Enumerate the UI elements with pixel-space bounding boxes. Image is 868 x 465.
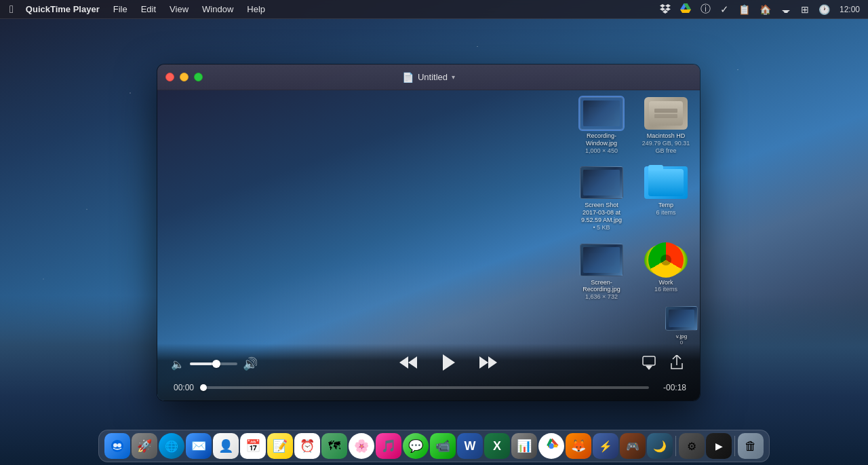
svg-marker-3 bbox=[479, 356, 488, 369]
rewind-button[interactable] bbox=[397, 352, 420, 375]
volume-high-icon: 🔊 bbox=[243, 356, 258, 371]
svg-point-7 bbox=[111, 440, 123, 452]
dock-chrome[interactable] bbox=[538, 433, 564, 459]
icon-img-hdd bbox=[644, 97, 688, 130]
menubar:  QuickTime Player File Edit View Window… bbox=[0, 0, 868, 19]
home-icon[interactable]: 🏠 bbox=[757, 3, 774, 16]
playback-controls bbox=[397, 350, 500, 377]
apple-menu[interactable]:  bbox=[5, 2, 18, 17]
dock-app5[interactable]: ⚙ bbox=[679, 433, 705, 459]
menubar-right: ⓘ ✓ 📋 🏠 ⊞ 🕐 12:00 bbox=[657, 1, 863, 17]
title-chevron-icon[interactable]: ▾ bbox=[452, 73, 455, 81]
dock-mail[interactable]: ✉️ bbox=[186, 433, 212, 459]
dock-messages[interactable]: 💬 bbox=[403, 433, 429, 459]
google-drive-icon[interactable] bbox=[677, 1, 694, 17]
progress-thumb[interactable] bbox=[200, 384, 207, 391]
share-button[interactable] bbox=[667, 352, 686, 376]
app-name[interactable]: QuickTime Player bbox=[20, 3, 105, 16]
dock-word[interactable]: W bbox=[457, 433, 483, 459]
current-time: 00:00 bbox=[171, 383, 197, 392]
dock-maps[interactable]: 🗺 bbox=[321, 433, 347, 459]
dock-reminders[interactable]: ⏰ bbox=[294, 433, 320, 459]
maximize-button[interactable] bbox=[194, 73, 203, 81]
partial-icon: v.jpg 0 bbox=[658, 306, 700, 346]
icon-img-screen-recording bbox=[580, 244, 623, 276]
icon-img-work bbox=[644, 244, 688, 276]
icon-label-temp: Temp6 items bbox=[656, 202, 675, 217]
dock-firefox[interactable]: 🦊 bbox=[566, 433, 591, 459]
info-icon[interactable]: ⓘ bbox=[698, 1, 713, 17]
dock-app2[interactable]: ⚡ bbox=[593, 433, 618, 459]
icon-recording-window[interactable]: Recording-Window.jpg1,000 × 450 bbox=[574, 97, 629, 154]
menu-view[interactable]: View bbox=[164, 3, 194, 16]
grid-icon[interactable]: ⊞ bbox=[798, 3, 812, 16]
menu-window[interactable]: Window bbox=[197, 3, 239, 16]
menu-file[interactable]: File bbox=[108, 3, 133, 16]
icon-temp-folder[interactable]: Temp6 items bbox=[639, 166, 693, 231]
dock-finder[interactable] bbox=[104, 433, 130, 459]
icon-img-folder bbox=[644, 166, 688, 199]
icon-row-3: Screen-Recording.jpg1,636 × 732 Work16 i… bbox=[574, 244, 693, 301]
svg-rect-5 bbox=[643, 356, 655, 365]
checkmark-icon[interactable]: ✓ bbox=[717, 2, 732, 17]
icon-screenshot[interactable]: Screen Shot 2017-03-08 at9.52.59 AM.jpg•… bbox=[574, 166, 629, 231]
window-titlebar: 📄 Untitled ▾ bbox=[157, 64, 700, 90]
dock-facetime[interactable]: 📹 bbox=[430, 433, 456, 459]
icon-label-screenshot: Screen Shot 2017-03-08 at9.52.59 AM.jpg•… bbox=[576, 202, 627, 231]
icon-work[interactable]: Work16 items bbox=[639, 244, 693, 301]
progress-row: 00:00 -00:18 bbox=[171, 383, 686, 392]
window-content: Recording-Window.jpg1,000 × 450 Macintos… bbox=[157, 90, 700, 401]
window-title: 📄 Untitled ▾ bbox=[402, 72, 455, 83]
desktop-icons-container: Recording-Window.jpg1,000 × 450 Macintos… bbox=[574, 97, 693, 301]
volume-thumb[interactable] bbox=[212, 360, 220, 368]
dock-excel[interactable]: X bbox=[484, 433, 510, 459]
dock-app4[interactable]: 🌙 bbox=[647, 433, 673, 459]
dock-app6[interactable]: ▶ bbox=[706, 433, 732, 459]
icon-row-2: Screen Shot 2017-03-08 at9.52.59 AM.jpg•… bbox=[574, 166, 693, 231]
airplay-menu-icon[interactable] bbox=[778, 1, 794, 17]
quicktime-window: 📄 Untitled ▾ Recording-Window.jpg1,000 ×… bbox=[157, 64, 700, 401]
clock-icon[interactable]: 12:00 bbox=[837, 3, 863, 16]
close-button[interactable] bbox=[165, 73, 174, 81]
menu-help[interactable]: Help bbox=[241, 3, 271, 16]
svg-point-8 bbox=[113, 443, 117, 447]
dock-launchpad[interactable]: 🚀 bbox=[132, 433, 157, 459]
svg-marker-6 bbox=[646, 366, 652, 370]
dock-trash[interactable]: 🗑 bbox=[738, 433, 764, 459]
volume-slider[interactable] bbox=[190, 362, 237, 365]
dropbox-icon[interactable] bbox=[657, 1, 673, 17]
menubar-left:  QuickTime Player File Edit View Window… bbox=[5, 2, 271, 17]
icon-macintosh-hd[interactable]: Macintosh HD249.79 GB, 90.31 GB free bbox=[639, 97, 693, 154]
svg-marker-1 bbox=[408, 356, 417, 369]
dock: 🚀 🌐 ✉️ 👤 📅 📝 ⏰ 🗺 🌸 🎵 💬 📹 W X 📊 🦊 ⚡ 🎮 🌙 ⚙… bbox=[98, 430, 770, 462]
document-icon: 📄 bbox=[402, 72, 414, 83]
volume-low-icon[interactable]: 🔈 bbox=[171, 358, 184, 371]
controls-row: 🔈 🔊 bbox=[171, 350, 686, 377]
icon-label-recording: Recording-Window.jpg1,000 × 450 bbox=[576, 132, 627, 154]
dock-separator bbox=[675, 436, 676, 456]
icon-img-recording bbox=[580, 97, 623, 130]
partial-icon-img bbox=[665, 306, 698, 331]
title-text: Untitled bbox=[418, 72, 448, 82]
clipboard-icon[interactable]: 📋 bbox=[736, 3, 753, 16]
time-machine-icon[interactable]: 🕐 bbox=[816, 3, 833, 16]
dock-itunes[interactable]: 🎵 bbox=[376, 433, 401, 459]
dock-calendar[interactable]: 📅 bbox=[240, 433, 266, 459]
menu-edit[interactable]: Edit bbox=[136, 3, 161, 16]
remaining-time: -00:18 bbox=[656, 383, 686, 392]
dock-app3[interactable]: 🎮 bbox=[620, 433, 646, 459]
airplay-button[interactable] bbox=[639, 352, 659, 376]
progress-bar[interactable] bbox=[203, 386, 649, 389]
icon-img-screenshot bbox=[580, 166, 623, 199]
svg-point-9 bbox=[117, 443, 121, 447]
icon-screen-recording[interactable]: Screen-Recording.jpg1,636 × 732 bbox=[574, 244, 629, 301]
dock-contacts[interactable]: 👤 bbox=[213, 433, 239, 459]
icon-label-hd: Macintosh HD249.79 GB, 90.31 GB free bbox=[641, 132, 692, 154]
dock-safari[interactable]: 🌐 bbox=[159, 433, 184, 459]
play-button[interactable] bbox=[436, 350, 460, 377]
dock-app1[interactable]: 📊 bbox=[511, 433, 537, 459]
dock-notes[interactable]: 📝 bbox=[267, 433, 293, 459]
dock-photos[interactable]: 🌸 bbox=[349, 433, 374, 459]
minimize-button[interactable] bbox=[180, 73, 189, 81]
fast-forward-button[interactable] bbox=[477, 352, 500, 375]
